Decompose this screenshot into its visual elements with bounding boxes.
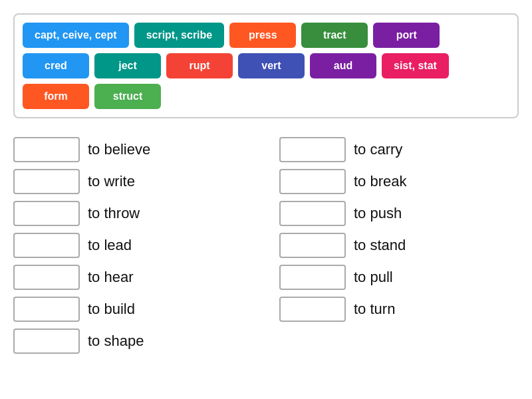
matching-area: to believeto writeto throwto leadto hear… <box>13 137 519 354</box>
chip-capt[interactable]: capt, ceive, cept <box>23 23 129 48</box>
chip-sist[interactable]: sist, stat <box>382 53 449 78</box>
chip-struct[interactable]: struct <box>94 84 161 109</box>
match-row-right-2: to break <box>279 169 519 194</box>
match-row-right-6: to turn <box>279 297 519 322</box>
match-label-left-3: to throw <box>88 205 140 222</box>
match-label-right-6: to turn <box>354 301 395 318</box>
match-row-right-4: to stand <box>279 233 519 258</box>
drop-box-right-2[interactable] <box>279 169 346 194</box>
chip-aud[interactable]: aud <box>310 53 376 78</box>
drop-box-right-5[interactable] <box>279 265 346 290</box>
chip-tract[interactable]: tract <box>301 23 368 48</box>
match-label-right-5: to pull <box>354 269 393 286</box>
drop-box-right-1[interactable] <box>279 137 346 162</box>
match-label-right-2: to break <box>354 173 407 190</box>
match-row-left-5: to hear <box>13 265 253 290</box>
drop-box-left-1[interactable] <box>13 137 80 162</box>
chip-vert[interactable]: vert <box>238 53 305 78</box>
match-row-left-1: to believe <box>13 137 253 162</box>
chip-ject[interactable]: ject <box>94 53 161 78</box>
match-label-right-4: to stand <box>354 237 406 254</box>
chip-cred[interactable]: cred <box>23 53 89 78</box>
drop-box-left-2[interactable] <box>13 169 80 194</box>
drop-box-left-4[interactable] <box>13 233 80 258</box>
match-row-right-1: to carry <box>279 137 519 162</box>
match-label-left-5: to hear <box>88 269 134 286</box>
chip-press[interactable]: press <box>229 23 296 48</box>
match-row-right-5: to pull <box>279 265 519 290</box>
word-bank: capt, ceive, ceptscript, scribepresstrac… <box>13 13 519 118</box>
chip-rupt[interactable]: rupt <box>166 53 233 78</box>
match-label-left-6: to build <box>88 301 135 318</box>
chip-port[interactable]: port <box>373 23 440 48</box>
drop-box-left-6[interactable] <box>13 297 80 322</box>
drop-box-left-3[interactable] <box>13 201 80 226</box>
match-row-left-7: to shape <box>13 329 253 354</box>
match-label-right-3: to push <box>354 205 402 222</box>
match-label-left-1: to believe <box>88 141 150 158</box>
match-row-left-6: to build <box>13 297 253 322</box>
right-column: to carryto breakto pushto standto pullto… <box>279 137 519 354</box>
drop-box-right-4[interactable] <box>279 233 346 258</box>
chip-form[interactable]: form <box>23 84 89 109</box>
match-row-left-4: to lead <box>13 233 253 258</box>
match-label-left-4: to lead <box>88 237 132 254</box>
drop-box-left-5[interactable] <box>13 265 80 290</box>
match-label-right-1: to carry <box>354 141 402 158</box>
match-row-left-2: to write <box>13 169 253 194</box>
left-column: to believeto writeto throwto leadto hear… <box>13 137 253 354</box>
match-row-right-3: to push <box>279 201 519 226</box>
drop-box-right-3[interactable] <box>279 201 346 226</box>
drop-box-left-7[interactable] <box>13 329 80 354</box>
chip-script[interactable]: script, scribe <box>134 23 225 48</box>
drop-box-right-6[interactable] <box>279 297 346 322</box>
match-label-left-7: to shape <box>88 332 144 350</box>
match-label-left-2: to write <box>88 173 135 190</box>
match-row-left-3: to throw <box>13 201 253 226</box>
